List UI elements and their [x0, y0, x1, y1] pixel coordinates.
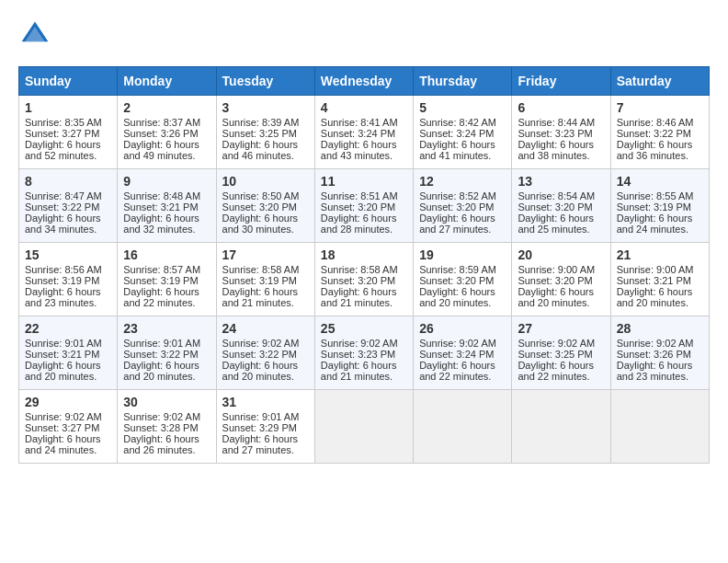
calendar-cell: 14Sunrise: 8:55 AMSunset: 3:19 PMDayligh… — [610, 169, 709, 243]
daylight: Daylight: 6 hours and 52 minutes. — [25, 139, 101, 161]
header-sunday: Sunday — [19, 67, 118, 96]
daylight: Daylight: 6 hours and 49 minutes. — [123, 139, 199, 161]
day-number: 23 — [123, 321, 210, 336]
sunset: Sunset: 3:24 PM — [419, 349, 494, 360]
daylight: Daylight: 6 hours and 22 minutes. — [419, 360, 495, 382]
calendar-cell: 16Sunrise: 8:57 AMSunset: 3:19 PMDayligh… — [118, 243, 216, 316]
daylight: Daylight: 6 hours and 20 minutes. — [123, 360, 199, 382]
calendar-cell: 4Sunrise: 8:41 AMSunset: 3:24 PMDaylight… — [314, 96, 413, 169]
day-number: 31 — [222, 395, 309, 409]
sunset: Sunset: 3:24 PM — [419, 128, 494, 139]
calendar-cell: 29Sunrise: 9:02 AMSunset: 3:27 PMDayligh… — [19, 390, 118, 464]
sunset: Sunset: 3:20 PM — [321, 201, 395, 213]
calendar-cell: 9Sunrise: 8:48 AMSunset: 3:21 PMDaylight… — [118, 169, 216, 243]
week-row-1: 1Sunrise: 8:35 AMSunset: 3:27 PMDaylight… — [19, 96, 710, 169]
sunrise: Sunrise: 8:58 AM — [321, 264, 398, 275]
calendar-cell: 7Sunrise: 8:46 AMSunset: 3:22 PMDaylight… — [610, 96, 709, 169]
sunrise: Sunrise: 9:01 AM — [222, 411, 300, 422]
page-header — [18, 18, 710, 52]
sunset: Sunset: 3:20 PM — [518, 201, 592, 213]
calendar-cell: 26Sunrise: 9:02 AMSunset: 3:24 PMDayligh… — [414, 316, 512, 390]
sunset: Sunset: 3:20 PM — [419, 275, 494, 286]
day-number: 14 — [617, 174, 703, 189]
daylight: Daylight: 6 hours and 20 minutes. — [518, 286, 594, 308]
week-row-4: 22Sunrise: 9:01 AMSunset: 3:21 PMDayligh… — [19, 316, 710, 390]
sunset: Sunset: 3:29 PM — [222, 422, 297, 433]
sunrise: Sunrise: 8:35 AM — [25, 117, 102, 128]
daylight: Daylight: 6 hours and 27 minutes. — [222, 433, 299, 455]
week-row-3: 15Sunrise: 8:56 AMSunset: 3:19 PMDayligh… — [19, 243, 710, 316]
sunset: Sunset: 3:19 PM — [25, 275, 99, 286]
daylight: Daylight: 6 hours and 32 minutes. — [123, 213, 199, 235]
daylight: Daylight: 6 hours and 41 minutes. — [419, 139, 495, 161]
day-number: 5 — [419, 100, 506, 115]
daylight: Daylight: 6 hours and 34 minutes. — [25, 213, 101, 235]
day-number: 6 — [518, 100, 604, 115]
header-saturday: Saturday — [610, 67, 709, 96]
sunrise: Sunrise: 9:02 AM — [25, 411, 102, 422]
day-number: 11 — [321, 174, 407, 189]
calendar-cell: 21Sunrise: 9:00 AMSunset: 3:21 PMDayligh… — [610, 243, 709, 316]
daylight: Daylight: 6 hours and 30 minutes. — [222, 213, 299, 235]
daylight: Daylight: 6 hours and 22 minutes. — [123, 286, 199, 308]
calendar-cell: 6Sunrise: 8:44 AMSunset: 3:23 PMDaylight… — [512, 96, 610, 169]
daylight: Daylight: 6 hours and 21 minutes. — [321, 360, 397, 382]
day-number: 3 — [222, 100, 309, 115]
day-number: 1 — [25, 100, 111, 115]
day-number: 8 — [25, 174, 111, 189]
calendar-cell: 12Sunrise: 8:52 AMSunset: 3:20 PMDayligh… — [414, 169, 512, 243]
sunset: Sunset: 3:25 PM — [518, 349, 592, 360]
daylight: Daylight: 6 hours and 22 minutes. — [518, 360, 594, 382]
calendar-cell: 25Sunrise: 9:02 AMSunset: 3:23 PMDayligh… — [314, 316, 413, 390]
sunset: Sunset: 3:28 PM — [123, 422, 198, 433]
daylight: Daylight: 6 hours and 46 minutes. — [222, 139, 299, 161]
sunrise: Sunrise: 9:00 AM — [518, 264, 595, 275]
day-number: 20 — [518, 247, 604, 262]
sunrise: Sunrise: 8:59 AM — [419, 264, 496, 275]
sunset: Sunset: 3:22 PM — [25, 201, 99, 213]
header-thursday: Thursday — [414, 67, 512, 96]
day-number: 18 — [321, 247, 407, 262]
sunset: Sunset: 3:21 PM — [617, 275, 691, 286]
daylight: Daylight: 6 hours and 26 minutes. — [123, 433, 199, 455]
daylight: Daylight: 6 hours and 23 minutes. — [617, 360, 693, 382]
logo — [18, 18, 55, 52]
sunrise: Sunrise: 9:02 AM — [321, 338, 398, 349]
calendar-cell: 17Sunrise: 8:58 AMSunset: 3:19 PMDayligh… — [216, 243, 314, 316]
calendar-cell: 3Sunrise: 8:39 AMSunset: 3:25 PMDaylight… — [216, 96, 314, 169]
calendar-cell: 23Sunrise: 9:01 AMSunset: 3:22 PMDayligh… — [118, 316, 216, 390]
sunrise: Sunrise: 8:37 AM — [123, 117, 200, 128]
calendar-cell — [414, 390, 512, 464]
daylight: Daylight: 6 hours and 43 minutes. — [321, 139, 397, 161]
sunrise: Sunrise: 8:52 AM — [419, 190, 496, 201]
daylight: Daylight: 6 hours and 24 minutes. — [25, 433, 101, 455]
calendar-cell: 11Sunrise: 8:51 AMSunset: 3:20 PMDayligh… — [314, 169, 413, 243]
day-number: 9 — [123, 174, 210, 189]
day-number: 19 — [419, 247, 506, 262]
daylight: Daylight: 6 hours and 21 minutes. — [222, 286, 299, 308]
calendar-cell: 10Sunrise: 8:50 AMSunset: 3:20 PMDayligh… — [216, 169, 314, 243]
sunset: Sunset: 3:25 PM — [222, 128, 297, 139]
day-number: 15 — [25, 247, 111, 262]
sunset: Sunset: 3:19 PM — [222, 275, 297, 286]
calendar-cell: 30Sunrise: 9:02 AMSunset: 3:28 PMDayligh… — [118, 390, 216, 464]
day-number: 22 — [25, 321, 111, 336]
calendar-cell — [314, 390, 413, 464]
sunset: Sunset: 3:19 PM — [617, 201, 691, 213]
sunrise: Sunrise: 8:46 AM — [617, 117, 694, 128]
sunset: Sunset: 3:26 PM — [123, 128, 198, 139]
sunset: Sunset: 3:21 PM — [123, 201, 198, 213]
sunset: Sunset: 3:23 PM — [321, 349, 395, 360]
day-number: 21 — [617, 247, 703, 262]
day-number: 7 — [617, 100, 703, 115]
sunrise: Sunrise: 9:02 AM — [617, 338, 694, 349]
day-number: 27 — [518, 321, 604, 336]
calendar-cell — [610, 390, 709, 464]
daylight: Daylight: 6 hours and 23 minutes. — [25, 286, 101, 308]
daylight: Daylight: 6 hours and 20 minutes. — [25, 360, 101, 382]
calendar-cell: 13Sunrise: 8:54 AMSunset: 3:20 PMDayligh… — [512, 169, 610, 243]
daylight: Daylight: 6 hours and 24 minutes. — [617, 213, 693, 235]
sunrise: Sunrise: 9:00 AM — [617, 264, 694, 275]
sunset: Sunset: 3:26 PM — [617, 349, 691, 360]
header-wednesday: Wednesday — [314, 67, 413, 96]
